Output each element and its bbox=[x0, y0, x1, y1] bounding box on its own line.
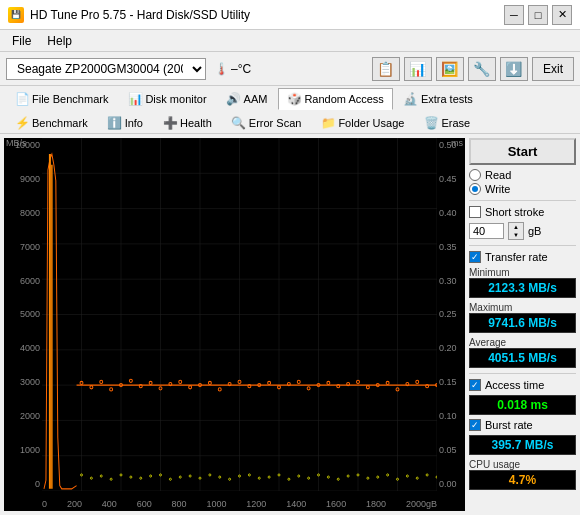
tab-aam-label: AAM bbox=[244, 93, 268, 105]
tab-extra-tests[interactable]: 🔬 Extra tests bbox=[395, 88, 482, 110]
svg-point-70 bbox=[169, 478, 171, 480]
close-button[interactable]: ✕ bbox=[552, 5, 572, 25]
svg-point-29 bbox=[129, 379, 132, 382]
start-button[interactable]: Start bbox=[469, 138, 576, 165]
burst-rate-value-text: 395.7 MB/s bbox=[491, 438, 553, 452]
svg-point-95 bbox=[416, 477, 418, 479]
icon-btn-2[interactable]: 📊 bbox=[404, 57, 432, 81]
svg-point-96 bbox=[426, 474, 428, 476]
transfer-rate-label: Transfer rate bbox=[485, 251, 548, 263]
tab-erase[interactable]: 🗑️ Erase bbox=[415, 112, 479, 134]
app-icon: 💾 bbox=[8, 7, 24, 23]
tab-benchmark[interactable]: ⚡ Benchmark bbox=[6, 112, 97, 134]
svg-point-58 bbox=[416, 380, 419, 383]
minimize-button[interactable]: ─ bbox=[504, 5, 524, 25]
nav-tabs: 📄 File Benchmark 📊 Disk monitor 🔊 AAM 🎲 … bbox=[0, 86, 580, 134]
svg-point-30 bbox=[139, 385, 142, 388]
stroke-down-button[interactable]: ▼ bbox=[509, 231, 523, 239]
icon-btn-4[interactable]: 🔧 bbox=[468, 57, 496, 81]
svg-point-38 bbox=[218, 388, 221, 391]
maximum-stat: Maximum 9741.6 MB/s bbox=[469, 302, 576, 333]
tab-file-benchmark[interactable]: 📄 File Benchmark bbox=[6, 88, 117, 110]
svg-point-43 bbox=[268, 381, 271, 384]
file-benchmark-icon: 📄 bbox=[15, 92, 29, 106]
svg-point-46 bbox=[297, 380, 300, 383]
svg-point-25 bbox=[90, 386, 93, 389]
read-radio-label: Read bbox=[485, 169, 511, 181]
tab-health[interactable]: ➕ Health bbox=[154, 112, 221, 134]
average-value: 4051.5 MB/s bbox=[469, 348, 576, 368]
folder-usage-icon: 📁 bbox=[321, 116, 335, 130]
stroke-input[interactable] bbox=[469, 223, 504, 239]
tab-folder-usage[interactable]: 📁 Folder Usage bbox=[312, 112, 413, 134]
tab-error-scan-label: Error Scan bbox=[249, 117, 302, 129]
svg-point-67 bbox=[140, 477, 142, 479]
svg-point-72 bbox=[189, 475, 191, 477]
cpu-value: 4.7% bbox=[469, 470, 576, 490]
tab-extra-tests-label: Extra tests bbox=[421, 93, 473, 105]
svg-point-63 bbox=[100, 475, 102, 477]
svg-point-57 bbox=[406, 382, 409, 385]
minimum-stat: Minimum 2123.3 MB/s bbox=[469, 267, 576, 298]
average-value-text: 4051.5 MB/s bbox=[488, 351, 557, 365]
svg-point-86 bbox=[327, 476, 329, 478]
health-icon: ➕ bbox=[163, 116, 177, 130]
cpu-value-text: 4.7% bbox=[509, 473, 536, 487]
icon-btn-3[interactable]: 🖼️ bbox=[436, 57, 464, 81]
access-time-checkbox[interactable]: ✓ Access time bbox=[469, 379, 576, 391]
cpu-stat: CPU usage 4.7% bbox=[469, 459, 576, 490]
error-scan-icon: 🔍 bbox=[232, 116, 246, 130]
toolbar: Seagate ZP2000GM30004 (2000 gB) 🌡️ –°C 📋… bbox=[0, 52, 580, 86]
temp-value: –°C bbox=[231, 62, 251, 76]
svg-point-80 bbox=[268, 476, 270, 478]
random-access-icon: 🎲 bbox=[287, 92, 301, 106]
svg-point-92 bbox=[387, 474, 389, 476]
tab-error-scan[interactable]: 🔍 Error Scan bbox=[223, 112, 311, 134]
read-radio-circle bbox=[469, 169, 481, 181]
svg-point-66 bbox=[130, 476, 132, 478]
burst-rate-checkbox[interactable]: ✓ Burst rate bbox=[469, 419, 576, 431]
maximize-button[interactable]: □ bbox=[528, 5, 548, 25]
transfer-rate-checkbox[interactable]: ✓ Transfer rate bbox=[469, 251, 576, 263]
disk-selector[interactable]: Seagate ZP2000GM30004 (2000 gB) bbox=[6, 58, 206, 80]
menu-bar: File Help bbox=[0, 30, 580, 52]
svg-point-45 bbox=[287, 382, 290, 385]
write-radio[interactable]: Write bbox=[469, 183, 576, 195]
tab-info[interactable]: ℹ️ Info bbox=[99, 112, 152, 134]
stroke-up-button[interactable]: ▲ bbox=[509, 223, 523, 231]
tab-random-access[interactable]: 🎲 Random Access bbox=[278, 88, 392, 110]
average-stat: Average 4051.5 MB/s bbox=[469, 337, 576, 368]
minimum-label: Minimum bbox=[469, 267, 576, 278]
short-stroke-checkbox[interactable]: Short stroke bbox=[469, 206, 576, 218]
svg-point-91 bbox=[377, 476, 379, 478]
tab-disk-monitor-label: Disk monitor bbox=[145, 93, 206, 105]
tab-disk-monitor[interactable]: 📊 Disk monitor bbox=[119, 88, 215, 110]
icon-btn-1[interactable]: 📋 bbox=[372, 57, 400, 81]
svg-point-41 bbox=[248, 385, 251, 388]
maximum-label: Maximum bbox=[469, 302, 576, 313]
svg-point-74 bbox=[209, 474, 211, 476]
menu-help[interactable]: Help bbox=[39, 32, 80, 50]
tab-file-benchmark-label: File Benchmark bbox=[32, 93, 108, 105]
right-panel: Start Read Write Short stroke ▲ ▼ gB bbox=[465, 134, 580, 515]
svg-point-90 bbox=[367, 477, 369, 479]
divider-3 bbox=[469, 373, 576, 374]
chart-svg bbox=[42, 138, 437, 491]
access-time-checkbox-box: ✓ bbox=[469, 379, 481, 391]
svg-point-31 bbox=[149, 381, 152, 384]
minimum-value: 2123.3 MB/s bbox=[469, 278, 576, 298]
exit-button[interactable]: Exit bbox=[532, 57, 574, 81]
info-icon: ℹ️ bbox=[108, 116, 122, 130]
svg-point-62 bbox=[90, 477, 92, 479]
svg-point-82 bbox=[288, 478, 290, 480]
svg-point-49 bbox=[327, 381, 330, 384]
read-radio[interactable]: Read bbox=[469, 169, 576, 181]
icon-btn-5[interactable]: ⬇️ bbox=[500, 57, 528, 81]
tab-aam[interactable]: 🔊 AAM bbox=[218, 88, 277, 110]
title-bar: 💾 HD Tune Pro 5.75 - Hard Disk/SSD Utili… bbox=[0, 0, 580, 30]
menu-file[interactable]: File bbox=[4, 32, 39, 50]
y-axis-left-ticks: 10000 9000 8000 7000 6000 5000 4000 3000… bbox=[4, 138, 42, 491]
access-time-value: 0.018 ms bbox=[469, 395, 576, 415]
tab-folder-usage-label: Folder Usage bbox=[338, 117, 404, 129]
stroke-spinner: ▲ ▼ bbox=[508, 222, 524, 240]
